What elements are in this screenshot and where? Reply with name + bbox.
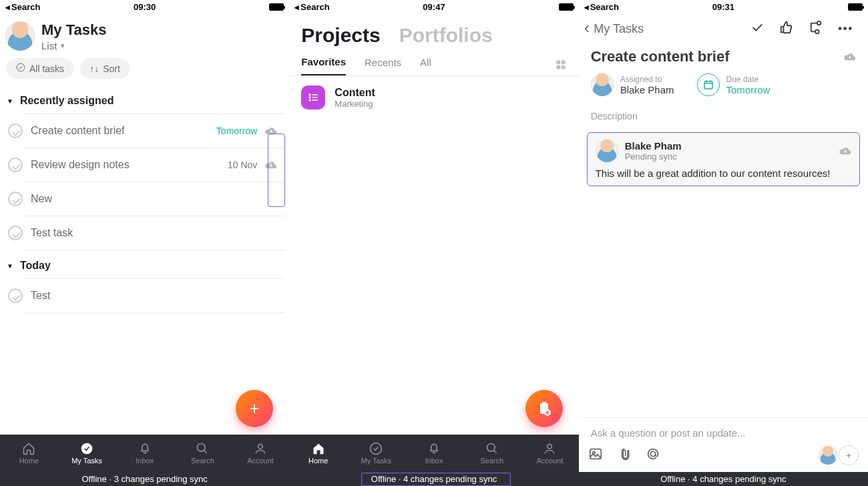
grid-view-icon[interactable] [555, 59, 567, 73]
more-icon[interactable]: ••• [833, 23, 859, 35]
section-title: Recently assigned [20, 95, 114, 107]
svg-point-18 [487, 444, 495, 452]
view-label: List [41, 40, 57, 51]
svg-point-20 [817, 21, 821, 25]
check-circle-icon [80, 442, 93, 455]
due-label: Due date [726, 75, 771, 84]
avatar[interactable] [5, 21, 35, 51]
comment-author: Blake Pham [625, 140, 682, 152]
tab-inbox[interactable]: Inbox [405, 435, 463, 472]
follower-avatar[interactable] [819, 446, 837, 465]
svg-rect-9 [312, 94, 318, 95]
screen-2: ◂ Search 09:47 Projects Portfolios Favor… [289, 0, 578, 486]
fab-add[interactable] [236, 390, 273, 427]
tab-my-tasks[interactable]: My Tasks [58, 435, 116, 472]
complete-toggle[interactable] [8, 288, 23, 303]
fab-add-project[interactable] [525, 390, 563, 427]
complete-toggle[interactable] [8, 124, 23, 138]
back-caret[interactable]: ◂ [294, 2, 299, 12]
due-date[interactable]: Due date Tomorrow [697, 73, 771, 96]
cloud-sync-icon [844, 52, 856, 61]
bell-icon [427, 442, 441, 455]
status-search[interactable]: Search [590, 2, 619, 12]
view-switcher[interactable]: List ▾ [41, 40, 106, 51]
project-row[interactable]: Content Marketing [289, 76, 578, 119]
task-row[interactable]: Create content brief Tomorrow [24, 113, 285, 148]
image-icon[interactable] [588, 447, 603, 464]
screen-3: ◂ Search 09:31 My Tasks ••• Create conte… [579, 0, 868, 486]
tab-search[interactable]: Search [463, 435, 521, 472]
calendar-icon [697, 73, 720, 96]
main-tabs: Projects Portfolios [301, 24, 566, 47]
battery-icon [848, 3, 863, 11]
sub-tabs: Favorites Recents All [301, 56, 566, 75]
complete-toggle[interactable] [8, 158, 23, 172]
mention-icon[interactable] [646, 447, 660, 464]
tab-account[interactable]: Account [521, 435, 579, 472]
offline-banner: Offline · 4 changes pending sync [289, 472, 578, 486]
assignee-name: Blake Pham [620, 84, 674, 95]
tab-account[interactable]: Account [232, 435, 290, 472]
due-date: 10 Nov [228, 160, 257, 170]
subtab-recents[interactable]: Recents [365, 57, 401, 75]
status-bar: ◂ Search 09:31 [579, 0, 868, 13]
task-name: New [31, 193, 277, 205]
sort-chip[interactable]: ↑↓ Sort [80, 58, 130, 79]
back-caret[interactable]: ◂ [5, 2, 10, 12]
tab-label: Account [536, 457, 563, 465]
search-icon [196, 442, 209, 455]
svg-rect-4 [556, 60, 560, 64]
task-row[interactable]: Test task [24, 216, 285, 250]
tab-projects[interactable]: Projects [301, 24, 380, 47]
section-header[interactable]: ▼ Recently assigned [0, 85, 289, 113]
tab-home[interactable]: Home [0, 435, 58, 472]
tab-label: Inbox [136, 457, 154, 465]
task-title: Create content brief [579, 44, 868, 73]
task-row[interactable]: Review design notes 10 Nov [24, 148, 285, 182]
tab-home[interactable]: Home [289, 435, 347, 472]
tab-label: Inbox [425, 457, 443, 465]
task-row[interactable]: New [24, 182, 285, 216]
task-row[interactable]: Test [24, 278, 285, 313]
status-search[interactable]: Search [11, 2, 40, 12]
svg-point-10 [309, 96, 311, 98]
tab-portfolios[interactable]: Portfolios [399, 24, 493, 47]
due-value: Tomorrow [726, 84, 771, 95]
back-button[interactable] [584, 21, 590, 37]
svg-rect-6 [556, 65, 560, 69]
status-bar: ◂ Search 09:47 [289, 0, 578, 13]
tab-label: My Tasks [361, 457, 392, 465]
assignee[interactable]: Assigned to Blake Pham [591, 73, 674, 96]
comment-avatar [596, 140, 618, 162]
complete-toggle[interactable] [8, 226, 23, 240]
add-follower[interactable]: + [839, 445, 859, 465]
tab-inbox[interactable]: Inbox [116, 435, 174, 472]
assignee-label: Assigned to [620, 75, 674, 84]
task-header: My Tasks ••• [579, 13, 868, 44]
composer-input[interactable]: Ask a question or post an update... [588, 423, 859, 445]
triangle-down-icon: ▼ [7, 262, 13, 270]
tab-search[interactable]: Search [174, 435, 232, 472]
project-team: Marketing [335, 99, 375, 109]
tab-bar: Home My Tasks Inbox Search Account [0, 435, 289, 472]
svg-point-17 [371, 443, 382, 455]
project-name: Content [335, 87, 375, 99]
section-recently-assigned: ▼ Recently assigned Create content brief… [0, 85, 289, 313]
bell-icon [138, 442, 152, 455]
triangle-down-icon: ▼ [7, 97, 13, 105]
subtask-icon[interactable] [803, 20, 829, 37]
filter-all-tasks[interactable]: All tasks [7, 58, 73, 79]
subtab-all[interactable]: All [420, 57, 431, 75]
back-caret[interactable]: ◂ [584, 2, 589, 12]
status-search[interactable]: Search [300, 2, 329, 12]
complete-icon[interactable] [744, 20, 770, 37]
attachment-icon[interactable] [618, 447, 631, 464]
section-header[interactable]: ▼ Today [0, 250, 289, 278]
back-label[interactable]: My Tasks [594, 22, 740, 36]
description-label[interactable]: Description [579, 96, 868, 127]
cloud-sync-icon [265, 126, 277, 136]
complete-toggle[interactable] [8, 192, 23, 206]
like-icon[interactable] [774, 20, 799, 37]
tab-my-tasks[interactable]: My Tasks [347, 435, 405, 472]
subtab-favorites[interactable]: Favorites [301, 56, 346, 75]
